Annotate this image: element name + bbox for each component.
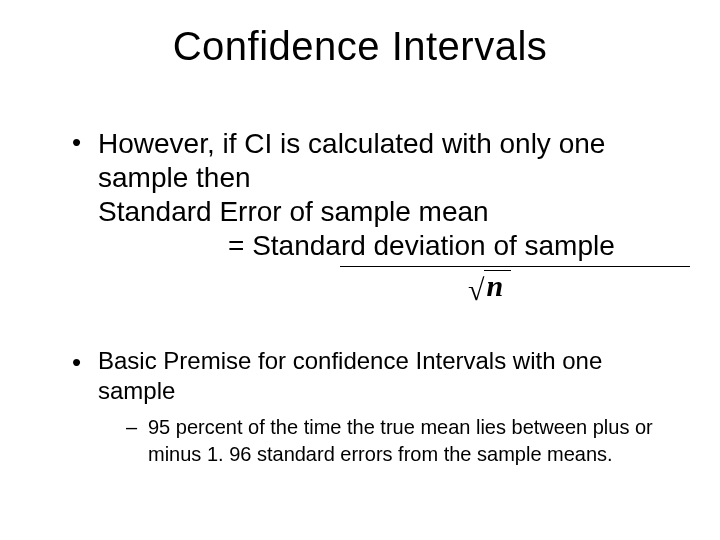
bullet1-line1: However, if CI is calculated with only o… <box>98 127 660 195</box>
slide-body: However, if CI is calculated with only o… <box>0 127 720 468</box>
bullet1-line2: Standard Error of sample mean <box>98 195 660 229</box>
bullet-item-2: Basic Premise for confidence Intervals w… <box>72 346 660 468</box>
slide: Confidence Intervals However, if CI is c… <box>0 0 720 540</box>
sub-bullet-list: 95 percent of the time the true mean lie… <box>98 414 660 468</box>
bullet1-equation-numerator: = Standard deviation of sample <box>98 229 660 263</box>
slide-title: Confidence Intervals <box>0 0 720 69</box>
radicand: n <box>484 270 511 301</box>
formula: √n <box>98 266 660 312</box>
second-block: Basic Premise for confidence Intervals w… <box>72 346 660 468</box>
sub-bullet-text: 95 percent of the time the true mean lie… <box>148 416 653 465</box>
fraction-bar <box>340 266 690 267</box>
bullet-list-2: Basic Premise for confidence Intervals w… <box>72 346 660 468</box>
sub-bullet-item: 95 percent of the time the true mean lie… <box>126 414 660 468</box>
radical-icon: √ <box>468 272 484 309</box>
square-root: √n <box>468 270 511 309</box>
bullet-list: However, if CI is calculated with only o… <box>72 127 660 312</box>
bullet-item-1: However, if CI is calculated with only o… <box>72 127 660 312</box>
bullet2-text: Basic Premise for confidence Intervals w… <box>98 347 602 404</box>
